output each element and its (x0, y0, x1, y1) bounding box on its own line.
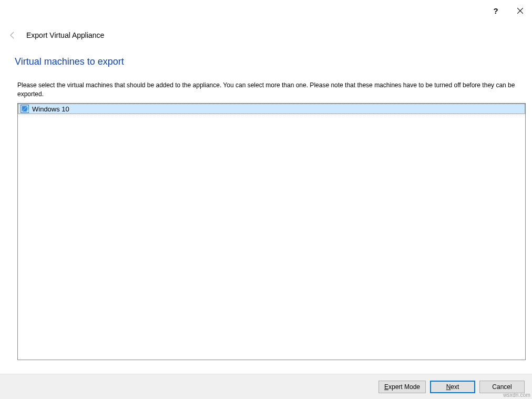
close-icon (517, 8, 523, 14)
svg-text:10: 10 (26, 109, 29, 112)
close-button[interactable] (508, 2, 532, 19)
vm-icon: 10 (21, 105, 29, 113)
wizard-title: Export Virtual Appliance (26, 31, 104, 39)
footer: Expert Mode Next Cancel (0, 374, 532, 399)
list-item[interactable]: 10 Windows 10 (18, 104, 525, 114)
instruction-text: Please select the virtual machines that … (17, 81, 527, 99)
vm-label: Windows 10 (32, 105, 69, 113)
watermark: wsxdn.com (503, 392, 530, 398)
expert-mode-button[interactable]: Expert Mode (378, 381, 426, 393)
back-arrow-icon (7, 30, 18, 40)
page-heading: Virtual machines to export (15, 56, 124, 67)
cancel-button[interactable]: Cancel (479, 381, 525, 393)
next-button[interactable]: Next (430, 381, 475, 393)
vm-list[interactable]: 10 Windows 10 (17, 103, 526, 360)
help-button[interactable]: ? (484, 2, 508, 19)
